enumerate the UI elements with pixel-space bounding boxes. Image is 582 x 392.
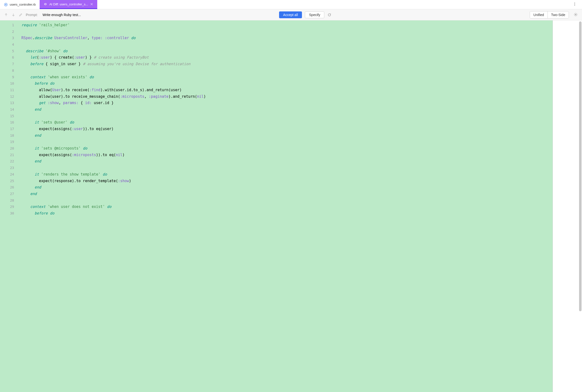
- accept-all-button[interactable]: Accept all: [279, 12, 302, 18]
- line-number: 11: [0, 87, 21, 94]
- line-number: 21: [0, 152, 21, 158]
- tab-label: users_controller.rb: [10, 3, 36, 6]
- view-mode-toggle: Unified Two-Side: [530, 11, 569, 18]
- code-line: end: [21, 158, 553, 165]
- line-number: 30: [0, 210, 21, 217]
- line-number: 27: [0, 191, 21, 197]
- line-number: 3: [0, 35, 21, 41]
- line-number: 29: [0, 204, 21, 210]
- line-number: 9: [0, 74, 21, 80]
- line-number: 25: [0, 178, 21, 184]
- line-number: 14: [0, 106, 21, 113]
- code-line: end: [21, 132, 553, 139]
- more-vertical-icon[interactable]: [571, 1, 578, 8]
- code-line: [21, 138, 553, 145]
- code-line: allow(User).to receive(:find).with(user.…: [21, 87, 553, 94]
- tab-ai-diff[interactable]: AI Diff: users_controller_s...: [40, 0, 97, 9]
- line-number: 26: [0, 184, 21, 191]
- svg-point-4: [575, 5, 575, 6]
- code-line: [21, 165, 553, 171]
- code-line: allow(user).to receive_message_chain(:mi…: [21, 94, 553, 100]
- code-line: expect(response).to render_template(:sho…: [21, 178, 553, 184]
- code-line: [21, 28, 553, 35]
- line-number: 18: [0, 132, 21, 139]
- line-number: 7: [0, 61, 21, 67]
- tab-bar: users_controller.rb AI Diff: users_contr…: [0, 0, 582, 9]
- two-side-view-button[interactable]: Two-Side: [548, 12, 569, 18]
- prompt-label: Prompt:: [26, 13, 38, 17]
- line-number: 13: [0, 100, 21, 106]
- arrow-up-icon[interactable]: [4, 13, 8, 17]
- code-line: before do: [21, 210, 553, 217]
- code-line: get :show, params: { id: user.id }: [21, 100, 553, 106]
- ruby-file-icon: [4, 3, 8, 6]
- right-margin: [553, 20, 582, 392]
- line-number: 16: [0, 119, 21, 126]
- code-line: [21, 41, 553, 48]
- line-number: 1: [0, 22, 21, 28]
- arrow-down-icon[interactable]: [11, 13, 15, 17]
- close-icon[interactable]: [90, 2, 93, 6]
- code-line: let(:user) { create(:user) } # create us…: [21, 54, 553, 61]
- tab-label: AI Diff: users_controller_s...: [49, 2, 88, 6]
- code-line: context 'when user does not exist' do: [21, 204, 553, 210]
- code-line: [21, 197, 553, 204]
- line-number: 19: [0, 138, 21, 145]
- code-line: it 'renders the show template' do: [21, 171, 553, 178]
- line-number: 22: [0, 158, 21, 165]
- line-number: 23: [0, 165, 21, 171]
- diff-toolbar: Prompt: Write enough Ruby test... Accept…: [0, 9, 582, 20]
- line-number: 20: [0, 145, 21, 152]
- gear-icon[interactable]: [574, 13, 578, 17]
- code-line: context 'when user exists' do: [21, 74, 553, 80]
- svg-point-2: [575, 3, 575, 4]
- tab-users-controller[interactable]: users_controller.rb: [0, 0, 40, 9]
- code-line: end: [21, 191, 553, 197]
- edit-icon[interactable]: [18, 13, 23, 17]
- ai-diff-icon: [43, 2, 47, 6]
- code-line: [21, 67, 553, 74]
- scrollbar-thumb[interactable]: [579, 22, 582, 311]
- code-line: before do: [21, 80, 553, 87]
- scrollbar[interactable]: [579, 20, 582, 392]
- line-number: 4: [0, 41, 21, 48]
- code-line: before { sign_in user } # assuming you'r…: [21, 61, 553, 67]
- code-line: end: [21, 106, 553, 113]
- line-number: 2: [0, 28, 21, 35]
- line-number: 8: [0, 67, 21, 74]
- line-number: 17: [0, 126, 21, 132]
- line-number: 28: [0, 197, 21, 204]
- prompt-text: Write enough Ruby test...: [42, 13, 81, 17]
- svg-point-1: [5, 4, 6, 5]
- code-line: require 'rails_helper': [21, 22, 553, 28]
- line-number: 15: [0, 113, 21, 120]
- svg-point-5: [575, 14, 576, 15]
- code-line: it 'sets @user' do: [21, 119, 553, 126]
- code-area[interactable]: require 'rails_helper'RSpec.describe Use…: [21, 20, 553, 392]
- line-number: 5: [0, 48, 21, 54]
- line-number: 6: [0, 54, 21, 61]
- svg-point-3: [575, 4, 575, 4]
- line-number: 12: [0, 94, 21, 100]
- code-line: describe '#show' do: [21, 48, 553, 54]
- code-line: expect(assigns(:user)).to eq(user): [21, 126, 553, 132]
- line-number: 10: [0, 80, 21, 87]
- unified-view-button[interactable]: Unified: [530, 12, 548, 18]
- code-line: end: [21, 184, 553, 191]
- code-line: expect(assigns(:microposts)).to eq(nil): [21, 152, 553, 158]
- code-line: it 'sets @microposts' do: [21, 145, 553, 152]
- code-line: [21, 113, 553, 120]
- code-line: RSpec.describe UsersController, type: :c…: [21, 35, 553, 41]
- specify-button[interactable]: Specify: [305, 12, 324, 18]
- line-number: 24: [0, 171, 21, 178]
- refresh-icon[interactable]: [327, 13, 332, 17]
- editor: 1234567891011121314151617181920212223242…: [0, 20, 582, 392]
- line-gutter: 1234567891011121314151617181920212223242…: [0, 20, 21, 392]
